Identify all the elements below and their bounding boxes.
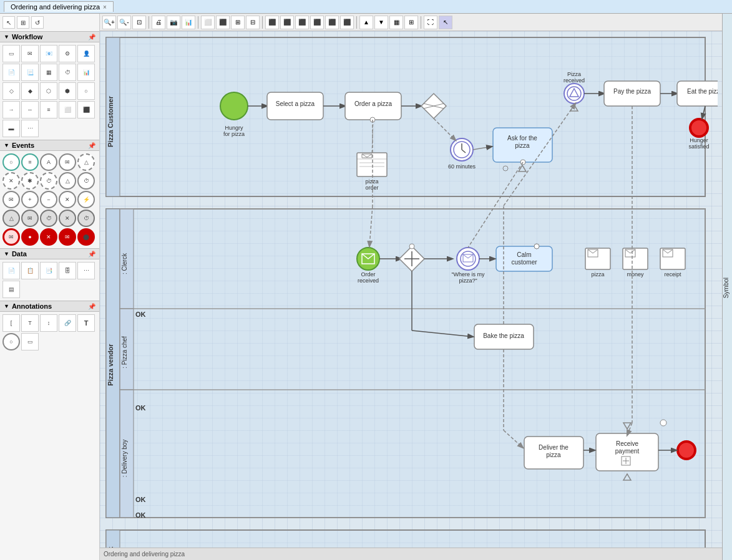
bring-front-btn[interactable]: ▲ bbox=[359, 16, 373, 29]
center-align-btn[interactable]: ⬛ bbox=[280, 16, 294, 29]
evt-circle-clock2[interactable]: ⏱ bbox=[77, 172, 95, 190]
tool-chart[interactable]: 📊 bbox=[77, 64, 95, 81]
ann-link[interactable]: 🔗 bbox=[59, 314, 76, 332]
diagram-btn[interactable]: 📊 bbox=[182, 16, 195, 29]
undo-tool[interactable]: ↺ bbox=[31, 16, 44, 29]
evt-circle-env2[interactable]: ✉ bbox=[2, 191, 20, 208]
tool-person[interactable]: 👤 bbox=[77, 45, 95, 62]
ann-text[interactable]: T bbox=[77, 314, 95, 332]
zoom-fit-btn[interactable]: ⊡ bbox=[132, 16, 146, 29]
evt-circle-clock3[interactable]: ⏱ bbox=[40, 210, 57, 227]
tool-diamond4[interactable]: ⬢ bbox=[59, 82, 76, 100]
evt-circle-a[interactable]: A bbox=[40, 153, 57, 171]
data-doc3[interactable]: 📑 bbox=[40, 262, 57, 279]
ann-ellipse[interactable]: ○ bbox=[2, 333, 20, 350]
tool-rect3[interactable]: ▬ bbox=[2, 120, 20, 137]
left-align-btn[interactable]: ⬛ bbox=[265, 16, 279, 29]
document-tab[interactable]: Ordering and delivering pizza × bbox=[4, 1, 114, 12]
tool-rect[interactable]: ▭ bbox=[2, 45, 20, 62]
print-btn[interactable]: 🖨 bbox=[152, 16, 165, 29]
tool-diamond2[interactable]: ◆ bbox=[21, 82, 39, 100]
evt-circle-tri3[interactable]: △ bbox=[2, 210, 20, 227]
tool-circle[interactable]: ○ bbox=[77, 82, 95, 100]
evt-circle-env4[interactable]: ✉ bbox=[2, 228, 20, 246]
data-cylinder[interactable]: 🗄 bbox=[59, 262, 76, 279]
tool-envelope[interactable]: ✉ bbox=[21, 45, 39, 62]
tool-dotted[interactable]: ⋯ bbox=[21, 120, 39, 137]
data-section-header[interactable]: ▼ Data 📌 bbox=[0, 248, 99, 259]
tool-diamond[interactable]: ◇ bbox=[2, 82, 20, 100]
evt-circle-tri2[interactable]: △ bbox=[59, 172, 76, 190]
evt-circle-filled[interactable]: ● bbox=[21, 228, 39, 246]
evt-circle-env3[interactable]: ✉ bbox=[21, 210, 39, 227]
data-lines2[interactable]: ▤ bbox=[2, 281, 20, 298]
evt-circle-env5[interactable]: ✉ bbox=[59, 228, 76, 246]
evt-circle-minus[interactable]: − bbox=[40, 191, 57, 208]
evt-circle-plain[interactable]: ○ bbox=[2, 153, 20, 171]
expand-btn[interactable]: ⊞ bbox=[231, 16, 245, 29]
tool-double-arrow[interactable]: ↔ bbox=[21, 101, 39, 118]
evt-circle-tri[interactable]: △ bbox=[77, 153, 95, 171]
events-section-header[interactable]: ▼ Events 📌 bbox=[0, 140, 99, 151]
send-back-btn[interactable]: ▼ bbox=[374, 16, 388, 29]
ann-text-box[interactable]: T bbox=[21, 314, 39, 332]
evt-circle-x2[interactable]: ✕ bbox=[59, 191, 76, 208]
data-doc2[interactable]: 📋 bbox=[21, 262, 39, 279]
bake-pizza-label: Bake the pizza bbox=[483, 332, 524, 339]
top-align-btn[interactable]: ⬛ bbox=[310, 16, 324, 29]
evt-circle-clock4[interactable]: ⏱ bbox=[77, 210, 95, 227]
evt-circle-filled2[interactable]: ⬤ bbox=[77, 228, 95, 246]
selection-tool[interactable]: ⊞ bbox=[17, 16, 29, 29]
evt-circle-x4[interactable]: ✕ bbox=[40, 228, 57, 246]
data-dots[interactable]: ⋯ bbox=[77, 262, 95, 279]
tool-table[interactable]: ▦ bbox=[40, 64, 57, 81]
workflow-pin[interactable]: 📌 bbox=[88, 34, 95, 41]
ann-arrows[interactable]: ↕ bbox=[40, 314, 57, 332]
hungry-start-event[interactable] bbox=[220, 92, 248, 120]
zoom-out-btn[interactable]: 🔍- bbox=[117, 16, 131, 29]
tool-shape2[interactable]: ⬛ bbox=[77, 101, 95, 118]
evt-circle-x[interactable]: ✕ bbox=[2, 172, 20, 190]
middle-align-btn[interactable]: ⬛ bbox=[325, 16, 339, 29]
tab-close-button[interactable]: × bbox=[103, 4, 107, 11]
events-pin[interactable]: 📌 bbox=[88, 142, 95, 149]
ann-rect[interactable]: ▭ bbox=[21, 333, 39, 350]
evt-circle-lightning[interactable]: ⚡ bbox=[77, 191, 95, 208]
connection-btn[interactable]: ⛶ bbox=[424, 16, 437, 29]
annotations-section-header[interactable]: ▼ Annotations 📌 bbox=[0, 301, 99, 312]
rect-select-btn[interactable]: ⬜ bbox=[201, 16, 215, 29]
tool-diamond3[interactable]: ⬡ bbox=[40, 82, 57, 100]
evt-circle-star[interactable]: ✱ bbox=[21, 172, 39, 190]
collapse-btn[interactable]: ⊟ bbox=[246, 16, 260, 29]
data-doc1[interactable]: 📄 bbox=[2, 262, 20, 279]
ann-bracket[interactable]: [ bbox=[2, 314, 20, 332]
evt-circle-clock[interactable]: ⏱ bbox=[40, 172, 57, 190]
bpmn-diagram[interactable]: Pizza Customer Pizza vendor : Clerck : P… bbox=[100, 31, 722, 548]
group-btn[interactable]: ▦ bbox=[389, 16, 403, 29]
annotations-pin[interactable]: 📌 bbox=[88, 303, 95, 310]
hunger-satisfied-end[interactable] bbox=[690, 119, 708, 137]
data-pin[interactable]: 📌 bbox=[88, 251, 95, 258]
multi-select-btn[interactable]: ⬛ bbox=[216, 16, 230, 29]
tool-envelope2[interactable]: 📧 bbox=[40, 45, 57, 62]
bottom-align-btn[interactable]: ⬛ bbox=[340, 16, 354, 29]
end-delivery[interactable] bbox=[678, 442, 695, 459]
camera-btn[interactable]: 📷 bbox=[167, 16, 180, 29]
zoom-in-btn[interactable]: 🔍+ bbox=[102, 16, 116, 29]
tool-clock[interactable]: ⏱ bbox=[59, 64, 76, 81]
evt-circle-lines[interactable]: ≡ bbox=[21, 153, 39, 171]
tool-doc[interactable]: 📄 bbox=[2, 64, 20, 81]
tool-lines[interactable]: ≡ bbox=[40, 101, 57, 118]
evt-circle-x3[interactable]: ✕ bbox=[59, 210, 76, 227]
tool-doc2[interactable]: 📃 bbox=[21, 64, 39, 81]
ungroup-btn[interactable]: ⊞ bbox=[404, 16, 418, 29]
tool-gear[interactable]: ⚙ bbox=[59, 45, 76, 62]
evt-circle-plus[interactable]: + bbox=[21, 191, 39, 208]
cursor-tool[interactable]: ↖ bbox=[2, 16, 15, 29]
evt-circle-env[interactable]: ✉ bbox=[59, 153, 76, 171]
tool-shape1[interactable]: ⬜ bbox=[59, 101, 76, 118]
tool-arrow[interactable]: → bbox=[2, 101, 20, 118]
right-align-btn[interactable]: ⬛ bbox=[295, 16, 309, 29]
select-mode-btn[interactable]: ↖ bbox=[439, 16, 452, 29]
workflow-section-header[interactable]: ▼ Workflow 📌 bbox=[0, 31, 99, 42]
